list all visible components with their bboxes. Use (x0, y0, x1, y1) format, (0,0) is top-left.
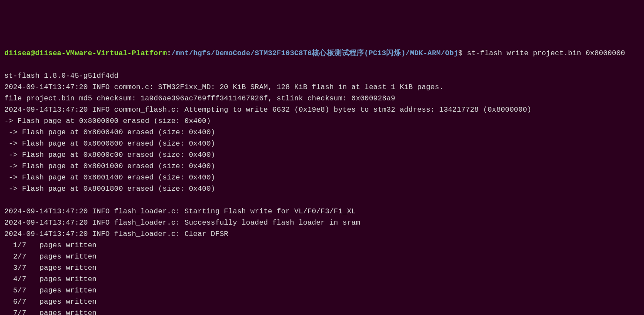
terminal-window[interactable]: diisea@diisea-VMware-Virtual-Platform:/m… (4, 48, 640, 315)
blank-line (4, 59, 640, 70)
terminal-output-line: 1/7 pages written (4, 240, 640, 251)
prompt-path: /mnt/hgfs/DemoCode/STM32F103C8T6核心板测试程序(… (171, 49, 458, 57)
command-text[interactable]: st-flash write project.bin 0x8000000 (463, 49, 625, 57)
terminal-output-line: 2024-09-14T13:47:20 INFO flash_loader.c:… (4, 206, 640, 217)
terminal-output-line: 2024-09-14T13:47:20 INFO flash_loader.c:… (4, 217, 640, 229)
terminal-output-line: 5/7 pages written (4, 285, 640, 296)
terminal-output-line: 7/7 pages written (4, 308, 640, 315)
blank-line (4, 195, 640, 206)
prompt-colon: : (167, 49, 171, 57)
prompt-at: @ (31, 49, 35, 57)
terminal-output-line: 2/7 pages written (4, 251, 640, 262)
terminal-output-line: 3/7 pages written (4, 262, 640, 274)
terminal-output-line: -> Flash page at 0x8001400 erased (size:… (4, 172, 640, 183)
terminal-output-line: -> Flash page at 0x8001000 erased (size:… (4, 161, 640, 172)
terminal-output-line: 6/7 pages written (4, 296, 640, 308)
prompt-host: diisea-VMware-Virtual-Platform (35, 49, 167, 57)
terminal-output-line: -> Flash page at 0x8000400 erased (size:… (4, 127, 640, 138)
terminal-output-line: -> Flash page at 0x8000c00 erased (size:… (4, 149, 640, 161)
prompt-dollar: $ (458, 49, 463, 57)
terminal-output-line: 2024-09-14T13:47:20 INFO flash_loader.c:… (4, 229, 640, 240)
terminal-output-line: -> Flash page at 0x8001800 erased (size:… (4, 183, 640, 195)
terminal-output-line: file project.bin md5 checksum: 1a9d6ae39… (4, 93, 640, 104)
terminal-output-line: 4/7 pages written (4, 274, 640, 285)
terminal-output-line: -> Flash page at 0x8000800 erased (size:… (4, 138, 640, 149)
terminal-output-line: st-flash 1.8.0-45-g51df4dd (4, 70, 640, 82)
terminal-output-line: 2024-09-14T13:47:20 INFO common.c: STM32… (4, 82, 640, 93)
terminal-output-line: -> Flash page at 0x8000000 erased (size:… (4, 116, 640, 127)
prompt-user: diisea (4, 49, 31, 57)
terminal-output-line: 2024-09-14T13:47:20 INFO common_flash.c:… (4, 104, 640, 116)
prompt1: diisea@diisea-VMware-Virtual-Platform:/m… (4, 48, 640, 59)
